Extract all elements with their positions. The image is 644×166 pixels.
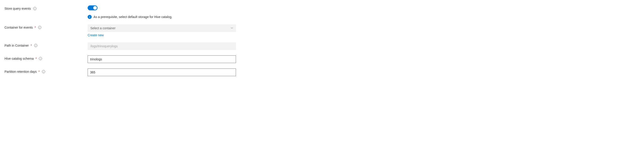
label-text: Store query events [4,7,31,10]
container-for-events-control: Select a container Create new [88,24,236,37]
info-message-text: As a prerequisite, select default storag… [94,15,172,19]
container-select[interactable]: Select a container [88,24,236,32]
store-query-events-control: i As a prerequisite, select default stor… [88,6,236,19]
info-badge-icon: i [88,15,92,19]
hive-catalog-schema-label: Hive catalog schema * i [4,55,88,60]
partition-retention-days-control [88,68,236,76]
path-in-container-row: Path in Container * i /logs/trinoquerylo… [4,42,640,50]
path-in-container-label: Path in Container * i [4,42,88,47]
info-icon[interactable]: i [38,26,41,29]
store-query-events-label: Store query events i [4,6,88,10]
store-query-events-row: Store query events i i As a prerequisite… [4,6,640,19]
partition-retention-days-row: Partition retention days * i [4,68,640,76]
info-icon[interactable]: i [42,70,45,73]
hive-catalog-schema-input[interactable] [88,55,236,63]
info-icon[interactable]: i [39,57,42,60]
chevron-down-icon [230,26,233,30]
info-icon[interactable]: i [34,44,37,47]
hive-catalog-schema-control [88,55,236,63]
label-text: Path in Container [4,44,29,47]
label-text: Hive catalog schema [4,57,34,60]
path-in-container-control: /logs/trinoquerylogs [88,42,236,50]
required-indicator: * [34,26,36,29]
toggle-knob [93,6,97,10]
info-icon[interactable]: i [33,7,36,10]
hive-catalog-schema-row: Hive catalog schema * i [4,55,640,63]
container-for-events-row: Container for events * i Select a contai… [4,24,640,37]
container-for-events-label: Container for events * i [4,24,88,29]
label-text: Partition retention days [4,70,37,73]
path-placeholder: /logs/trinoquerylogs [90,44,118,48]
path-in-container-input: /logs/trinoquerylogs [88,42,236,50]
partition-retention-days-input[interactable] [88,68,236,76]
create-new-link[interactable]: Create new [88,33,236,37]
required-indicator: * [30,44,32,47]
store-query-events-toggle[interactable] [88,6,98,10]
required-indicator: * [36,57,37,60]
label-text: Container for events [4,26,33,29]
prerequisite-info-message: i As a prerequisite, select default stor… [88,15,236,19]
required-indicator: * [38,70,40,73]
partition-retention-days-label: Partition retention days * i [4,68,88,73]
select-placeholder: Select a container [90,26,116,30]
